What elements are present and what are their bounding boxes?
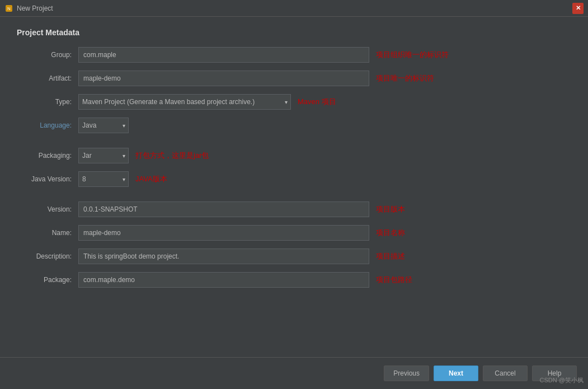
version-row: Version: 项目版本 xyxy=(17,201,571,217)
close-button[interactable]: ✕ xyxy=(572,3,584,14)
packaging-select-wrapper: Jar War xyxy=(78,148,129,163)
version-field[interactable] xyxy=(78,201,369,217)
form-area: Group: 项目组织唯一的标识符 Artifact: 项目唯一的标识符 Typ… xyxy=(17,47,571,346)
app-icon: N xyxy=(4,4,13,13)
svg-text:N: N xyxy=(7,6,11,11)
type-select-wrapper: Maven Project (Generate a Maven based pr… xyxy=(78,94,291,110)
name-annotation: 项目名称 xyxy=(376,228,405,238)
packaging-annotation: 打包方式，这里是jar包 xyxy=(135,151,209,161)
packaging-label: Packaging: xyxy=(17,152,78,160)
java-version-select[interactable]: 8 11 17 xyxy=(78,171,129,187)
packaging-select[interactable]: Jar War xyxy=(78,148,129,163)
artifact-field[interactable] xyxy=(78,71,369,86)
package-field[interactable] xyxy=(78,272,369,288)
language-row: Language: Java Kotlin Groovy xyxy=(17,118,571,133)
name-row: Name: 项目名称 xyxy=(17,225,571,241)
previous-button[interactable]: Previous xyxy=(384,365,429,381)
package-row: Package: 项目包路径 xyxy=(17,272,571,288)
package-annotation: 项目包路径 xyxy=(376,275,412,285)
dialog-body: Project Metadata Group: 项目组织唯一的标识符 Artif… xyxy=(0,17,588,357)
dialog-title: New Project xyxy=(17,4,572,12)
type-label: Type: xyxy=(17,98,78,106)
type-row: Type: Maven Project (Generate a Maven ba… xyxy=(17,94,571,110)
artifact-row: Artifact: 项目唯一的标识符 xyxy=(17,71,571,86)
section-title: Project Metadata xyxy=(17,28,571,37)
description-label: Description: xyxy=(17,252,78,260)
version-label: Version: xyxy=(17,205,78,213)
title-bar: N New Project ✕ xyxy=(0,0,588,17)
java-version-row: Java Version: 8 11 17 JAVA版本 xyxy=(17,171,571,187)
java-version-select-wrapper: 8 11 17 xyxy=(78,171,129,187)
group-field[interactable] xyxy=(78,47,369,63)
name-label: Name: xyxy=(17,229,78,237)
description-annotation: 项目描述 xyxy=(376,251,405,261)
packaging-row: Packaging: Jar War 打包方式，这里是jar包 xyxy=(17,148,571,163)
language-select-wrapper: Java Kotlin Groovy xyxy=(78,118,129,133)
version-annotation: 项目版本 xyxy=(376,204,405,214)
description-field[interactable] xyxy=(78,249,369,264)
description-row: Description: 项目描述 xyxy=(17,249,571,264)
artifact-label: Artifact: xyxy=(17,74,78,82)
group-row: Group: 项目组织唯一的标识符 xyxy=(17,47,571,63)
watermark: CSDN @笑小枫 xyxy=(540,376,584,385)
group-label: Group: xyxy=(17,51,78,59)
artifact-annotation: 项目唯一的标识符 xyxy=(376,73,434,83)
java-version-label: Java Version: xyxy=(17,175,78,183)
package-label: Package: xyxy=(17,276,78,284)
language-select[interactable]: Java Kotlin Groovy xyxy=(78,118,129,133)
cancel-button[interactable]: Cancel xyxy=(483,365,528,381)
group-annotation: 项目组织唯一的标识符 xyxy=(376,50,449,60)
name-field[interactable] xyxy=(78,225,369,241)
language-label: Language: xyxy=(17,121,78,129)
type-select[interactable]: Maven Project (Generate a Maven based pr… xyxy=(78,94,291,110)
dialog-footer: Previous Next Cancel Help xyxy=(0,357,588,389)
next-button[interactable]: Next xyxy=(434,365,478,381)
java-version-annotation: JAVA版本 xyxy=(135,174,167,184)
type-annotation: Maven 项目 xyxy=(298,97,336,107)
